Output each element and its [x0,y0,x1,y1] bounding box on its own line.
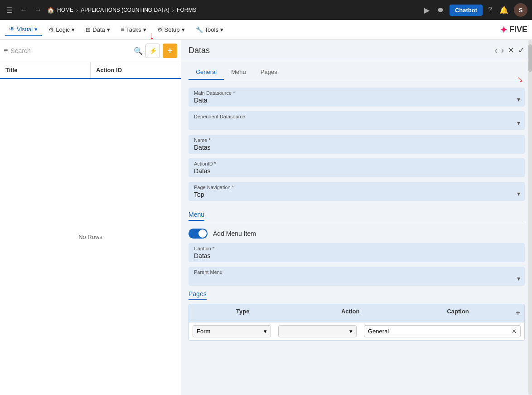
pages-caption-input[interactable]: General ✕ [364,325,521,337]
dependent-datasource-value[interactable] [194,120,511,127]
pages-type-value: Form [197,328,210,335]
datas-actions: ‹ › ✕ ✓ [495,45,525,55]
check-button[interactable]: ✓ [518,45,525,55]
right-panel: Datas ‹ › ✕ ✓ General Menu Pages Main Da… [181,40,532,395]
pages-caption-value: General [368,328,389,335]
dependent-datasource-label: Dependent Datasource [194,114,511,119]
tab-general[interactable]: General [189,65,224,80]
pages-row: Form ▾ ▾ General [189,322,524,341]
action-id-label: ActionID * [194,161,519,166]
tasks-icon: ≡ [121,26,125,33]
pages-col-caption: Caption [404,308,512,318]
parent-menu-value[interactable] [194,276,511,283]
table-header: Title Action ID [0,62,181,79]
menu-tools[interactable]: 🔧 Tools ▾ [191,24,228,36]
tab-menu[interactable]: Menu [224,65,253,80]
nav-prev-button[interactable]: ‹ [495,45,498,55]
avatar[interactable]: S [514,3,527,17]
dependent-datasource-field: Dependent Datasource ▾ [189,111,525,130]
visual-label: Visual [17,26,33,33]
action-id-field: ActionID * Datas [189,158,525,177]
caption-value[interactable]: Datas [194,252,519,259]
name-value[interactable]: Datas [194,144,519,151]
name-field: Name * Datas [189,135,525,154]
play-icon[interactable]: ▶ [422,4,431,16]
parent-menu-dropdown-icon[interactable]: ▾ [517,275,520,282]
record-icon[interactable]: ⏺ [435,4,446,16]
main-datasource-value[interactable]: Data [194,97,511,104]
menu-data[interactable]: ⊞ Data ▾ [81,24,114,36]
page-navigation-value[interactable]: Top [194,191,511,198]
logic-label: Logic [56,26,70,33]
data-icon: ⊞ [86,26,91,33]
tools-dropdown-icon: ▾ [220,26,223,33]
pages-action-value [282,328,284,335]
filter-icon: ≡ [4,47,8,55]
main-datasource-label: Main Datasource * [194,90,511,96]
top-nav: ☰ ← → 🏠 HOME › APPLICATIONS (COUNTING DA… [0,0,532,20]
setup-label: Setup [164,26,180,33]
forms-label[interactable]: FORMS [177,7,196,13]
menu-visual[interactable]: 👁 Visual ▾ [5,23,42,36]
help-icon[interactable]: ? [486,4,494,16]
home-icon: 🏠 [47,7,54,14]
logic-dropdown-icon: ▾ [72,26,75,33]
main-datasource-field: Main Datasource * Data ▾ ↑ [189,88,525,107]
caption-label: Caption * [194,246,519,251]
pages-section-label: Pages [189,290,207,300]
pages-action-select[interactable]: ▾ [278,325,357,337]
menu-bar: 👁 Visual ▾ ⚙ Logic ▾ ⊞ Data ▾ ≡ Tasks ▾ … [0,20,532,40]
search-icon[interactable]: 🔍 [134,47,143,55]
tasks-dropdown-icon: ▾ [143,26,146,33]
visual-dropdown-icon: ▾ [34,26,38,33]
no-rows-message: No Rows [0,79,181,395]
close-button[interactable]: ✕ [508,45,514,55]
menu-setup[interactable]: ⚙ Setup ▾ [153,24,189,36]
bell-icon[interactable]: 🔔 [498,4,510,16]
form-content: General Menu Pages Main Datasource * Dat… [181,61,532,348]
lightning-button[interactable]: ⚡ [145,44,160,58]
page-navigation-label: Page Navigation * [194,185,511,190]
home-label[interactable]: HOME [57,7,73,13]
data-label: Data [92,26,105,33]
add-menu-label: Add Menu Item [213,230,256,237]
pages-table-header: Type Action Caption + [189,304,524,322]
nav-next-button[interactable]: › [501,45,504,55]
pages-section: Pages Type Action Caption + Form ▾ [189,290,525,341]
setup-dropdown-icon: ▾ [182,26,185,33]
dependent-datasource-dropdown-icon[interactable]: ▾ [517,119,520,127]
scrollbar-thumb[interactable] [528,44,532,72]
tab-pages[interactable]: Pages [253,65,285,80]
breadcrumb: 🏠 HOME › APPLICATIONS (COUNTING DATA) › … [47,7,419,14]
main-datasource-dropdown-icon[interactable]: ▾ [517,96,520,103]
logic-icon: ⚙ [48,26,54,33]
forward-icon[interactable]: → [33,4,44,16]
pages-add-button[interactable]: + [512,308,524,318]
add-button[interactable]: + [163,44,177,58]
search-input[interactable] [10,47,131,54]
data-dropdown-icon: ▾ [107,26,110,33]
chatbot-button[interactable]: Chatbot [450,5,483,16]
tasks-label: Tasks [126,26,141,33]
five-logo: ✦ FIVE [500,24,527,35]
page-navigation-dropdown-icon[interactable]: ▾ [517,190,520,197]
hamburger-icon[interactable]: ☰ [5,4,15,16]
breadcrumb-sep1: › [76,7,78,14]
pages-table: Type Action Caption + Form ▾ [189,304,525,341]
left-panel: ≡ 🔍 ⚡ ↑ + Title Action ID No Rows [0,40,181,395]
menu-logic[interactable]: ⚙ Logic ▾ [44,24,79,36]
app-label[interactable]: APPLICATIONS (COUNTING DATA) [81,7,169,13]
nav-actions: ▶ ⏺ Chatbot ? 🔔 S [422,3,527,17]
add-menu-toggle[interactable] [189,229,208,239]
back-icon[interactable]: ← [18,4,29,16]
search-bar: ≡ 🔍 ⚡ ↑ + [0,40,181,62]
pages-caption-clear[interactable]: ✕ [512,328,517,335]
main-layout: ≡ 🔍 ⚡ ↑ + Title Action ID No Rows Datas … [0,40,532,395]
parent-menu-label: Parent Menu [194,269,511,275]
datas-title: Datas [189,46,210,55]
action-id-value[interactable]: Datas [194,167,519,175]
name-label: Name * [194,137,519,143]
menu-tasks[interactable]: ≡ Tasks ▾ [116,24,151,36]
pages-type-cell: Form ▾ [189,325,275,337]
pages-type-select[interactable]: Form ▾ [193,325,271,337]
